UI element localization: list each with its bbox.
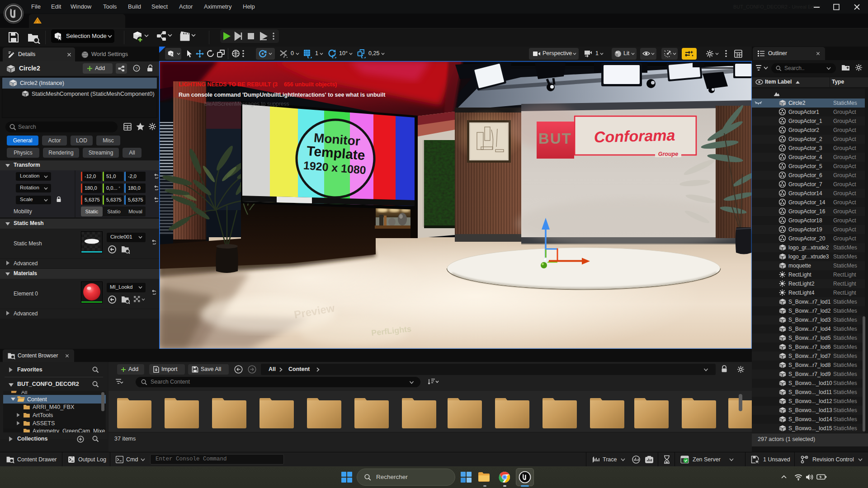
svg-text:Run console command 'DumpUnbui: Run console command 'DumpUnbuiltLightInt… — [179, 92, 386, 98]
svg-text:Groupe: Groupe — [658, 151, 678, 157]
svg-text:bleAllScreenMessages to suppr: bleAllScreenMessages to suppress — [204, 101, 289, 107]
svg-text:Conforama: Conforama — [594, 127, 675, 146]
svg-text:?: ? — [135, 66, 137, 71]
svg-text:LIGHTING NEEDS TO BE REBUILT (: LIGHTING NEEDS TO BE REBUILT (3 656 unbu… — [179, 81, 337, 88]
svg-text:BUT: BUT — [538, 130, 572, 147]
